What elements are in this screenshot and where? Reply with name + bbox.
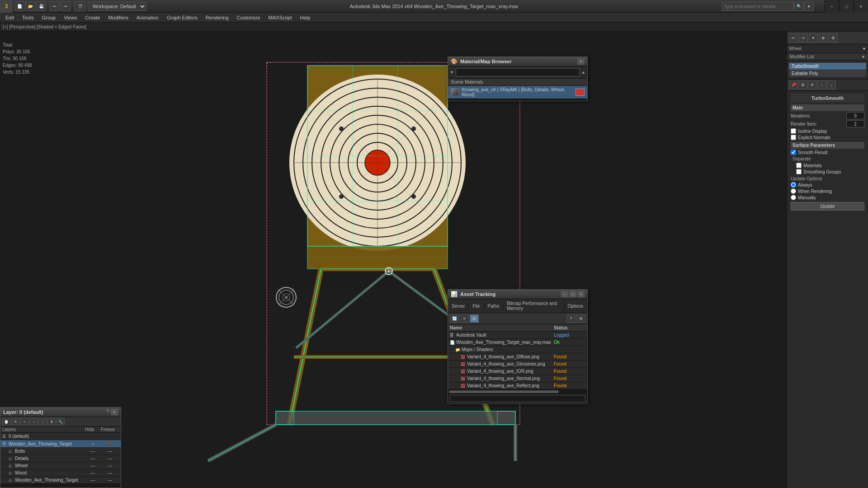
mod-tb-remove[interactable]: ✕ (808, 80, 817, 89)
layer-item-bolts[interactable]: ◇ Bolts — — (0, 448, 121, 455)
at-tb-list[interactable]: ≡ (460, 314, 469, 323)
at-tb-refresh[interactable]: 🔄 (450, 314, 459, 323)
at-tb-grid[interactable]: ⊞ (470, 314, 479, 323)
mod-tb-configure[interactable]: ⚙ (798, 80, 807, 89)
modifier-item-turbosmooth[interactable]: TurboSmooth (789, 63, 866, 70)
modifier-list-dropdown[interactable]: ▼ (861, 55, 865, 59)
save-button[interactable]: 💾 (36, 1, 46, 11)
viewport[interactable]: Total Polys: 30 166 Tris: 30 166 Edges: … (0, 32, 787, 488)
at-menu-options[interactable]: Options (564, 303, 587, 310)
layers-tb-5[interactable]: ↑ (38, 418, 47, 425)
at-item-reflect[interactable]: 🖼 Variant_4_thowing_axe_Reflect.png Foun… (448, 382, 587, 389)
layer-item-wood[interactable]: ◇ Wood — — (0, 469, 121, 477)
layer-name-details: Details (15, 456, 85, 461)
menu-item-edit[interactable]: Edit (2, 14, 18, 21)
layers-tb-1[interactable]: 📋 (2, 418, 10, 425)
layers-help-button[interactable]: ? (106, 409, 109, 415)
rp-tb-1[interactable]: ↩ (789, 33, 798, 42)
render-preview-button[interactable]: 🎬 (74, 1, 86, 11)
menu-item-rendering[interactable]: Rendering (202, 14, 232, 21)
at-menu-server[interactable]: Server (448, 303, 469, 310)
rp-tb-3[interactable]: ✦ (809, 33, 818, 42)
at-item-glossines[interactable]: 🖼 Variant_4_thowing_axe_Glossines.png Fo… (448, 361, 587, 368)
menu-item-maxscript[interactable]: MAXScript (265, 14, 296, 21)
menu-item-create[interactable]: Create (81, 14, 104, 21)
layer-item-wooden2[interactable]: ◇ Wooden_Axe_Throwing_Target — — (0, 477, 121, 484)
layers-tb-7[interactable]: 🔧 (57, 418, 65, 425)
new-button[interactable]: 📄 (14, 1, 24, 11)
asset-tracking-maximize-button[interactable]: □ (569, 291, 576, 297)
at-menu-bitmap[interactable]: Bitmap Performance and Memory (503, 300, 564, 312)
mat-browser-close-button[interactable]: × (577, 58, 585, 65)
layer-item-0[interactable]: ☰ 0 (default) (0, 433, 121, 440)
at-item-vault[interactable]: 🗄 Autodesk Vault Logged (448, 332, 587, 339)
layer-item-wheel[interactable]: ◇ Wheel — — (0, 462, 121, 469)
search-icon[interactable]: 🔍 (794, 2, 804, 11)
menu-item-customize[interactable]: Customize (233, 14, 264, 21)
wheel-dropdown-icon[interactable]: ▼ (862, 47, 866, 51)
mat-browser-scroll-up[interactable]: ▲ (581, 70, 585, 75)
update-manually-radio[interactable] (791, 195, 796, 200)
at-item-maps[interactable]: 📁 Maps / Shaders (448, 346, 587, 353)
iterations-input[interactable] (846, 112, 864, 119)
mat-browser-search[interactable] (456, 68, 580, 76)
asset-tracking-minimize-button[interactable]: − (561, 291, 568, 297)
materials-label: Materials (803, 163, 822, 168)
material-item[interactable]: throwing_axe_v4 ( VRayMtl ) [Bolts, Deta… (448, 86, 587, 99)
modifier-item-editable-poly[interactable]: Editable Poly (789, 70, 866, 77)
smooth-result-label: Smooth Result (798, 150, 828, 155)
workspace-select[interactable]: Workspace: DefaultWorkspace: Default (88, 2, 146, 11)
at-item-normal[interactable]: 🖼 Variant_4_thowing_axe_Normal.png Found (448, 375, 587, 382)
at-item-diffuse[interactable]: 🖼 Variant_4_thowing_axe_Diffuse.png Foun… (448, 353, 587, 361)
layers-tb-6[interactable]: ⬇ (47, 418, 56, 425)
at-menu-paths[interactable]: Paths (484, 303, 504, 310)
update-rendering-radio[interactable] (791, 188, 796, 194)
at-tb-settings[interactable]: ⚙ (576, 314, 585, 323)
at-item-ior[interactable]: 🖼 Variant_4_thowing_axe_IOR.png Found (448, 368, 587, 375)
rp-tb-2[interactable]: ↪ (799, 33, 808, 42)
menu-item-modifiers[interactable]: Modifiers (104, 14, 132, 21)
search-options-icon[interactable]: ▼ (804, 2, 814, 11)
asset-tracking-close-button[interactable]: × (577, 291, 585, 297)
layer-frz-wooden (101, 441, 119, 446)
at-tb-help[interactable]: ? (566, 314, 576, 323)
menu-item-tools[interactable]: Tools (19, 14, 38, 21)
layers-tb-2[interactable]: ✕ (11, 418, 19, 425)
material-name: throwing_axe_v4 ( VRayMtl ) [Bolts, Deta… (462, 87, 573, 97)
menu-item-group[interactable]: Group (38, 14, 60, 21)
update-button[interactable]: Update (791, 202, 864, 211)
render-iters-input[interactable] (846, 120, 864, 127)
mod-tb-move-down[interactable]: ↓ (827, 80, 836, 89)
layer-item-wooden[interactable]: ☰ Wooden_Axe_Throwing_Target ✓ (0, 440, 121, 448)
at-path-input[interactable] (450, 395, 585, 402)
minimize-button[interactable]: − (825, 0, 839, 13)
undo-button[interactable]: ↩ (50, 1, 60, 11)
update-always-radio[interactable] (791, 182, 796, 188)
materials-checkbox[interactable] (796, 163, 802, 168)
at-status-reflect: Found (554, 383, 585, 388)
menu-item-animation[interactable]: Animation (133, 14, 162, 21)
mod-tb-pin[interactable]: 📌 (789, 80, 798, 89)
layers-close-button[interactable]: × (111, 409, 118, 415)
maximize-button[interactable]: □ (839, 0, 854, 13)
layers-tb-3[interactable]: + (20, 418, 28, 425)
smoothing-groups-checkbox[interactable] (796, 169, 802, 174)
explicit-normals-checkbox[interactable] (791, 135, 796, 140)
menu-item-views[interactable]: Views (60, 14, 80, 21)
close-button[interactable]: × (854, 0, 868, 13)
search-input[interactable] (722, 2, 794, 11)
menu-item-graph-editors[interactable]: Graph Editors (163, 14, 201, 21)
open-button[interactable]: 📂 (25, 1, 35, 11)
mat-browser-dropdown-icon[interactable]: ▼ (450, 70, 454, 75)
layer-item-details[interactable]: ◇ Details — — (0, 455, 121, 462)
isoline-checkbox[interactable] (791, 128, 796, 134)
smooth-result-checkbox[interactable] (791, 150, 796, 155)
menu-item-help[interactable]: Help (297, 14, 314, 21)
redo-button[interactable]: ↪ (61, 1, 71, 11)
mod-tb-move-up[interactable]: ↑ (817, 80, 826, 89)
rp-tb-4[interactable]: ⊕ (819, 33, 828, 42)
rp-tb-5[interactable]: ⚙ (829, 33, 838, 42)
at-item-file[interactable]: 📄 Wooden_Axe_Throwing_Target_max_vray.ma… (448, 339, 587, 346)
at-menu-file[interactable]: File (469, 303, 484, 310)
layers-tb-4[interactable]: ↓ (29, 418, 38, 425)
